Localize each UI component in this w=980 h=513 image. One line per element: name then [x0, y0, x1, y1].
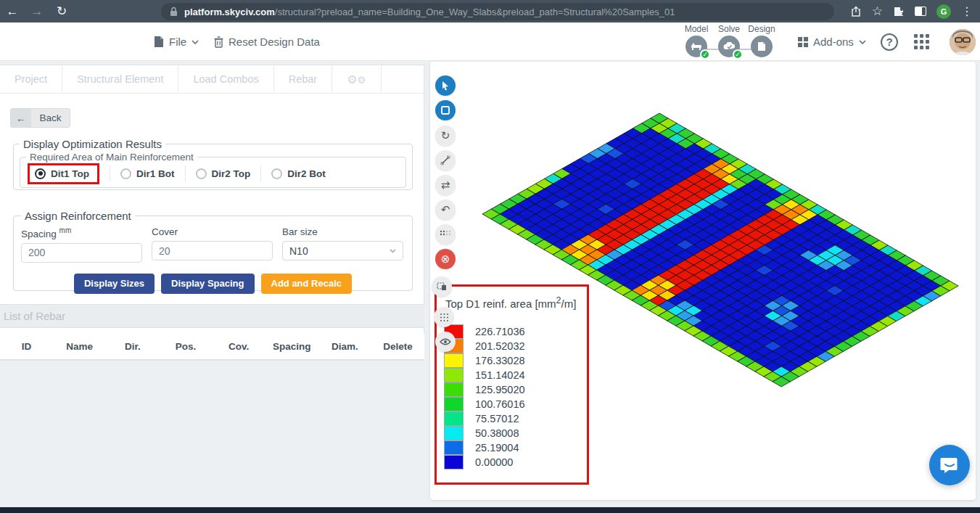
radio-dir2-top[interactable]: Dir2 Top	[196, 168, 251, 179]
required-area-fieldset: Required Area of Main Reinforcement Dit1…	[20, 152, 406, 188]
user-avatar[interactable]	[950, 22, 976, 61]
chat-bubble-icon	[940, 456, 959, 475]
legend-swatch	[444, 455, 464, 469]
step-design-button[interactable]	[751, 36, 773, 57]
legend-row: 75.57012	[444, 411, 525, 426]
rebar-table-header-row: IDNameDir.Pos.Cov.SpacingDiam.Delete	[0, 334, 424, 360]
step-model: Model✓	[680, 24, 712, 57]
add-and-recalc-button[interactable]: Add and Recalc	[261, 274, 353, 294]
extensions-puzzle-icon[interactable]	[893, 6, 905, 17]
file-icon	[154, 36, 164, 48]
undo-button[interactable]: ↶	[435, 200, 456, 220]
url-bar[interactable]: platform.skyciv.com/structural?preload_n…	[161, 3, 834, 20]
legend-swatch	[444, 397, 464, 411]
url-text: platform.skyciv.com/structural?preload_n…	[184, 7, 675, 17]
rotate-view-button[interactable]: ↻	[435, 126, 456, 146]
check-badge-icon: ✓	[733, 49, 743, 59]
tab-project[interactable]: Project	[0, 65, 62, 93]
radio-circle	[271, 168, 282, 179]
legend-value: 201.52032	[475, 340, 525, 352]
radio-separator	[260, 165, 261, 181]
bookmark-star-icon[interactable]: ☆	[872, 4, 883, 19]
browser-profile-badge[interactable]: G	[936, 4, 951, 19]
side-panel-icon[interactable]	[915, 7, 926, 16]
browser-refresh-icon[interactable]: ↻	[49, 4, 74, 19]
panel-tab-bar: ProjectStructural ElementLoad CombosReba…	[0, 65, 424, 94]
browser-forward-icon[interactable]: →	[25, 4, 49, 19]
legend-value: 176.33028	[475, 355, 525, 366]
apps-launcher[interactable]	[914, 22, 929, 61]
legend-swatch	[444, 353, 464, 368]
display-sizes-button[interactable]: Display Sizes	[74, 274, 155, 294]
radio-circle	[35, 168, 46, 179]
model-viewport[interactable]: ↻ ⇄ ↶ ⊗ Top D1 reinf. area [mm2/m] 226.7…	[430, 62, 976, 500]
box-select-button[interactable]	[435, 100, 456, 120]
legend-value: 125.95020	[475, 384, 525, 395]
legend-value: 100.76016	[475, 398, 525, 410]
avatar	[950, 29, 976, 55]
radio-separator	[185, 165, 186, 181]
legend-annotation-box: Top D1 reinf. area [mm2/m] 226.71036201.…	[435, 284, 589, 485]
col-header-id: ID	[0, 341, 53, 352]
legend-row: 0.00000	[444, 455, 525, 469]
help-button[interactable]: ?	[881, 22, 898, 61]
browser-back-icon[interactable]: ←	[0, 4, 25, 19]
node-groups-button[interactable]	[435, 224, 456, 245]
file-menu[interactable]: File	[154, 22, 199, 61]
grid-toggle-button[interactable]	[434, 307, 454, 327]
addons-menu[interactable]: Add-ons	[798, 22, 866, 61]
chat-support-button[interactable]	[929, 445, 970, 485]
tab-settings-gear[interactable]: ⚙︎⚙︎	[332, 65, 381, 93]
share-icon[interactable]	[850, 6, 862, 17]
browser-bar: ← → ↻ platform.skyciv.com/structural?pre…	[0, 0, 980, 22]
radio-dit1-top[interactable]: Dit1 Top	[28, 163, 99, 184]
legend-row: 151.14024	[444, 368, 525, 382]
bar-size-select[interactable]: N10	[282, 241, 403, 260]
display-spacing-button[interactable]: Display Spacing	[161, 274, 254, 294]
legend-row: 125.95020	[444, 382, 525, 397]
help-icon: ?	[881, 33, 898, 51]
step-solve-button[interactable]: ✓	[718, 36, 740, 57]
measure-button[interactable]	[435, 150, 456, 171]
lock-icon	[170, 7, 178, 17]
gears-icon: ⚙︎⚙︎	[347, 73, 366, 86]
browser-menu-icon[interactable]: ⋮	[961, 4, 973, 18]
col-header-cov: Cov.	[213, 341, 265, 352]
legend-swatch	[444, 382, 464, 397]
required-area-legend: Required Area of Main Reinforcement	[26, 152, 197, 163]
legend-swatch	[444, 368, 464, 382]
legend-row: 226.71036	[444, 324, 525, 339]
radio-dir1-bot[interactable]: Dir1 Bot	[120, 168, 175, 179]
select-cursor-button[interactable]	[435, 75, 456, 96]
chevron-down-icon	[192, 40, 199, 44]
spacing-input[interactable]	[21, 243, 142, 263]
swap-direction-button[interactable]: ⇄	[435, 175, 456, 195]
legend-color-scale: 226.71036201.52032176.33028151.14024125.…	[444, 324, 525, 469]
assign-reinforcement-legend: Assign Reinforcement	[21, 210, 135, 222]
radio-circle	[120, 168, 131, 179]
workflow-steps: Model✓Solve✓Design	[680, 24, 786, 60]
legend-value: 226.71036	[475, 326, 525, 337]
back-button[interactable]: ← Back	[10, 108, 70, 128]
screenshot-frame-button[interactable]	[432, 276, 452, 297]
tab-structural-element[interactable]: Structural Element	[62, 65, 178, 93]
visibility-eye-button[interactable]	[435, 332, 456, 352]
reset-design-data-button[interactable]: Reset Design Data	[214, 22, 320, 61]
legend-row: 50.38008	[444, 426, 525, 440]
legend-swatch	[444, 440, 464, 455]
deselect-all-button[interactable]: ⊗	[435, 249, 456, 269]
radio-dir2-bot[interactable]: Dir2 Bot	[271, 168, 326, 179]
tab-load-combos[interactable]: Load Combos	[178, 65, 273, 93]
step-model-button[interactable]: ✓	[685, 36, 707, 57]
bottom-strip	[0, 507, 980, 513]
display-optimization-fieldset: Display Optimization Results Required Ar…	[13, 138, 413, 190]
trash-icon	[214, 36, 223, 48]
legend-row: 176.33028	[444, 353, 525, 368]
step-solve: Solve✓	[713, 24, 745, 57]
legend-value: 151.14024	[475, 369, 525, 381]
cover-input[interactable]	[152, 241, 273, 260]
legend-value: 75.57012	[475, 413, 519, 424]
bar-size-label: Bar size	[282, 226, 403, 237]
app-toolbar: File Reset Design Data Model✓Solve✓Desig…	[0, 22, 980, 61]
tab-rebar[interactable]: Rebar	[274, 65, 333, 93]
